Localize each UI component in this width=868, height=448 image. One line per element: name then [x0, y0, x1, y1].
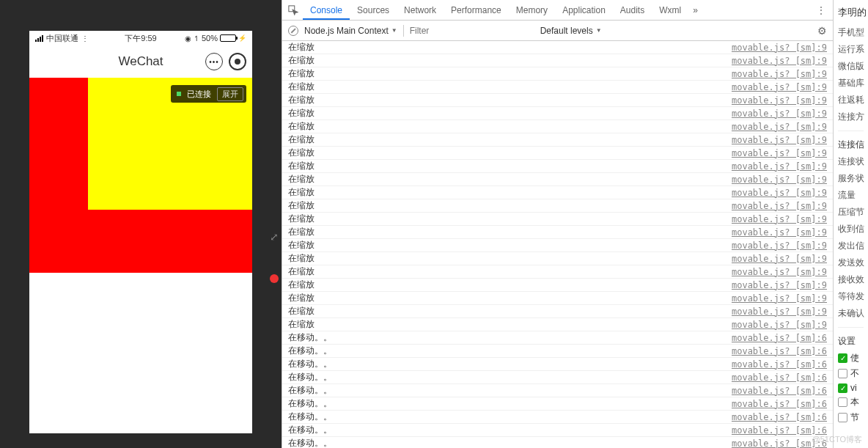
- tab-console[interactable]: Console: [303, 1, 350, 20]
- log-source-link[interactable]: movable.js? [sm]:9: [732, 109, 827, 119]
- log-source-link[interactable]: movable.js? [sm]:9: [732, 214, 827, 224]
- log-source-link[interactable]: movable.js? [sm]:6: [732, 346, 827, 356]
- log-source-link[interactable]: movable.js? [sm]:9: [732, 43, 827, 53]
- expand-button[interactable]: 展开: [217, 87, 243, 101]
- log-row: 在缩放movable.js? [sm]:9: [282, 292, 833, 305]
- devtools-tabs: ConsoleSourcesNetworkPerformanceMemoryAp…: [282, 0, 833, 21]
- log-row: 在缩放movable.js? [sm]:9: [282, 160, 833, 173]
- setting-checkbox[interactable]: 不: [838, 367, 864, 380]
- log-message: 在缩放: [288, 133, 732, 146]
- log-source-link[interactable]: movable.js? [sm]:6: [732, 399, 827, 409]
- tab-application[interactable]: Application: [555, 1, 613, 20]
- log-row: 在缩放movable.js? [sm]:9: [282, 173, 833, 186]
- log-source-link[interactable]: movable.js? [sm]:6: [732, 359, 827, 370]
- setting-checkbox[interactable]: ✓vi: [838, 383, 864, 393]
- log-source-link[interactable]: movable.js? [sm]:6: [732, 333, 827, 343]
- checkbox-icon: ✓: [838, 383, 847, 393]
- setting-checkbox[interactable]: ✓使: [838, 352, 864, 364]
- page-title: WeChat: [118, 54, 163, 69]
- log-row: 在缩放movable.js? [sm]:9: [282, 107, 833, 120]
- battery-pct: 50%: [202, 34, 218, 43]
- context-selector[interactable]: Node.js Main Context ▼: [304, 26, 397, 36]
- log-message: 在缩放: [288, 305, 732, 317]
- watermark: @51CTO博客: [812, 434, 862, 445]
- log-source-link[interactable]: movable.js? [sm]:6: [732, 386, 827, 396]
- target-icon[interactable]: [229, 53, 246, 70]
- tab-network[interactable]: Network: [397, 1, 444, 20]
- menu-dots-icon[interactable]: •••: [205, 53, 223, 70]
- info-item: 发送效: [838, 257, 864, 269]
- tabs-overflow[interactable]: »: [693, 5, 698, 15]
- log-source-link[interactable]: movable.js? [sm]:9: [732, 56, 827, 66]
- info-item: 手机型: [838, 26, 864, 39]
- log-row: 在缩放movable.js? [sm]:9: [282, 147, 833, 160]
- log-source-link[interactable]: movable.js? [sm]:9: [732, 227, 827, 238]
- log-message: 在缩放: [288, 160, 732, 172]
- log-row: 在缩放movable.js? [sm]:9: [282, 54, 833, 67]
- location-icon: ◉ ↿: [185, 34, 199, 43]
- log-message: 在缩放: [288, 252, 732, 265]
- log-row: 在缩放movable.js? [sm]:9: [282, 133, 833, 147]
- setting-checkbox[interactable]: 节: [838, 411, 864, 424]
- log-source-link[interactable]: movable.js? [sm]:9: [732, 306, 827, 317]
- log-message: 在移动。。: [288, 331, 732, 344]
- log-row: 在缩放movable.js? [sm]:9: [282, 186, 833, 199]
- log-row: 在移动。。movable.js? [sm]:6: [282, 345, 833, 358]
- log-row: 在缩放movable.js? [sm]:9: [282, 199, 833, 213]
- log-source-link[interactable]: movable.js? [sm]:9: [732, 95, 827, 106]
- log-source-link[interactable]: movable.js? [sm]:9: [732, 201, 827, 211]
- log-message: 在缩放: [288, 186, 732, 199]
- checkbox-icon: ✓: [838, 353, 847, 363]
- log-source-link[interactable]: movable.js? [sm]:9: [732, 267, 827, 277]
- resize-icon[interactable]: ⤢: [270, 231, 279, 243]
- checkbox-label: vi: [850, 383, 857, 393]
- log-source-link[interactable]: movable.js? [sm]:9: [732, 135, 827, 145]
- tab-wxml[interactable]: Wxml: [652, 1, 688, 20]
- log-source-link[interactable]: movable.js? [sm]:9: [732, 240, 827, 251]
- log-message: 在缩放: [288, 226, 732, 238]
- log-source-link[interactable]: movable.js? [sm]:9: [732, 320, 827, 330]
- clear-console-icon[interactable]: [288, 26, 298, 36]
- tab-performance[interactable]: Performance: [444, 1, 509, 20]
- info-item: 接收效: [838, 273, 864, 286]
- context-label: Node.js Main Context: [304, 26, 389, 36]
- log-source-link[interactable]: movable.js? [sm]:9: [732, 188, 827, 198]
- log-source-link[interactable]: movable.js? [sm]:9: [732, 122, 827, 132]
- gear-icon[interactable]: ⚙: [817, 25, 827, 37]
- log-message: 在缩放: [288, 54, 732, 67]
- log-source-link[interactable]: movable.js? [sm]:9: [732, 161, 827, 172]
- log-source-link[interactable]: movable.js? [sm]:6: [732, 412, 827, 422]
- setting-checkbox[interactable]: 本: [838, 396, 864, 408]
- log-source-link[interactable]: movable.js? [sm]:9: [732, 293, 827, 304]
- log-source-link[interactable]: movable.js? [sm]:9: [732, 254, 827, 264]
- log-levels-selector[interactable]: Default levels ▼: [540, 26, 602, 36]
- tab-sources[interactable]: Sources: [350, 1, 397, 20]
- conn-status-text: 已连接: [187, 89, 217, 100]
- log-source-link[interactable]: movable.js? [sm]:9: [732, 175, 827, 185]
- console-body[interactable]: 在缩放movable.js? [sm]:9在缩放movable.js? [sm]…: [282, 41, 833, 448]
- log-source-link[interactable]: movable.js? [sm]:9: [732, 69, 827, 79]
- log-source-link[interactable]: movable.js? [sm]:9: [732, 82, 827, 92]
- tab-memory[interactable]: Memory: [509, 1, 555, 20]
- log-source-link[interactable]: movable.js? [sm]:9: [732, 148, 827, 158]
- log-row: 在移动。。movable.js? [sm]:6: [282, 424, 833, 437]
- record-dot-icon[interactable]: [270, 274, 279, 283]
- devtools-menu-icon[interactable]: ⋮: [812, 5, 830, 15]
- status-bar: 中国联通 ⋮ 下午9:59 ◉ ↿ 50% ⚡: [29, 31, 252, 45]
- log-message: 在缩放: [288, 292, 732, 304]
- info-item: 微信版: [838, 60, 864, 73]
- info-item: 运行系: [838, 43, 864, 56]
- tab-audits[interactable]: Audits: [613, 1, 652, 20]
- checkbox-label: 本: [850, 396, 859, 408]
- log-message: 在缩放: [288, 107, 732, 120]
- filter-input[interactable]: [410, 26, 534, 36]
- info-item: 服务状: [838, 172, 864, 185]
- info-item: 连接状: [838, 155, 864, 168]
- info-item: 流量: [838, 189, 864, 202]
- inspect-icon[interactable]: [285, 2, 301, 18]
- log-source-link[interactable]: movable.js? [sm]:9: [732, 280, 827, 290]
- log-message: 在缩放: [288, 41, 732, 54]
- info-item: 往返耗: [838, 94, 864, 106]
- log-source-link[interactable]: movable.js? [sm]:6: [732, 372, 827, 383]
- phone-frame: 中国联通 ⋮ 下午9:59 ◉ ↿ 50% ⚡ WeChat •••: [29, 31, 252, 433]
